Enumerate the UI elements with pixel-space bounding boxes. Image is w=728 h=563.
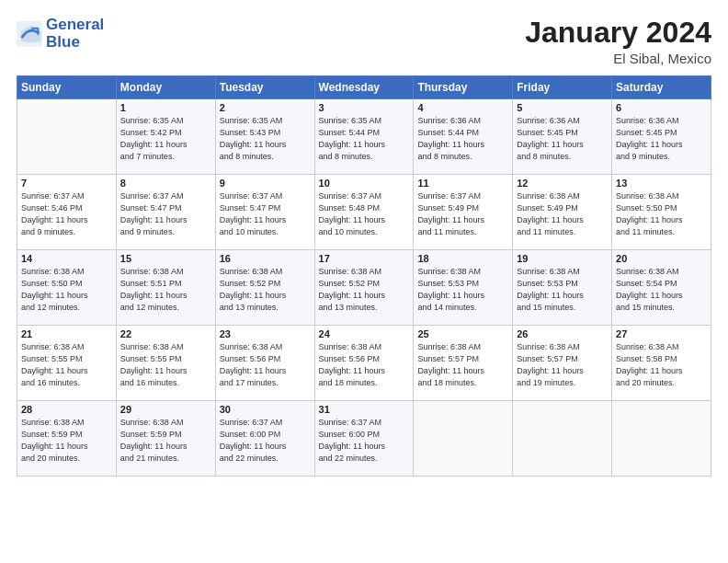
day-info: Sunrise: 6:37 AM Sunset: 6:00 PM Dayligh…: [319, 417, 410, 465]
header-day-tuesday: Tuesday: [215, 76, 314, 99]
day-info: Sunrise: 6:38 AM Sunset: 5:58 PM Dayligh…: [616, 341, 707, 389]
day-info: Sunrise: 6:36 AM Sunset: 5:44 PM Dayligh…: [417, 115, 508, 163]
day-cell: 9Sunrise: 6:37 AM Sunset: 5:47 PM Daylig…: [215, 175, 314, 250]
day-cell: 1Sunrise: 6:35 AM Sunset: 5:42 PM Daylig…: [116, 99, 215, 175]
day-info: Sunrise: 6:38 AM Sunset: 5:53 PM Dayligh…: [417, 266, 508, 314]
day-cell: 7Sunrise: 6:37 AM Sunset: 5:46 PM Daylig…: [17, 175, 117, 250]
day-number: 26: [517, 328, 608, 339]
day-cell: 19Sunrise: 6:38 AM Sunset: 5:53 PM Dayli…: [513, 250, 612, 326]
day-number: 21: [21, 328, 112, 339]
day-number: 3: [319, 102, 410, 113]
day-cell: 5Sunrise: 6:36 AM Sunset: 5:45 PM Daylig…: [513, 99, 612, 175]
day-number: 24: [319, 328, 410, 339]
day-cell: 11Sunrise: 6:37 AM Sunset: 5:49 PM Dayli…: [414, 175, 513, 250]
day-number: 31: [319, 404, 410, 415]
day-number: 9: [220, 178, 311, 189]
day-info: Sunrise: 6:37 AM Sunset: 5:47 PM Dayligh…: [220, 190, 311, 238]
day-cell: 6Sunrise: 6:36 AM Sunset: 5:45 PM Daylig…: [612, 99, 711, 175]
day-cell: 10Sunrise: 6:37 AM Sunset: 5:48 PM Dayli…: [314, 175, 414, 250]
header-day-saturday: Saturday: [612, 76, 711, 99]
day-cell: [513, 401, 612, 477]
day-cell: 26Sunrise: 6:38 AM Sunset: 5:57 PM Dayli…: [513, 326, 612, 401]
day-cell: 16Sunrise: 6:38 AM Sunset: 5:52 PM Dayli…: [215, 250, 314, 326]
title-block: January 2024 El Sibal, Mexico: [525, 17, 711, 66]
day-cell: 8Sunrise: 6:37 AM Sunset: 5:47 PM Daylig…: [116, 175, 215, 250]
day-cell: 12Sunrise: 6:38 AM Sunset: 5:49 PM Dayli…: [513, 175, 612, 250]
day-number: 1: [120, 102, 211, 113]
day-info: Sunrise: 6:35 AM Sunset: 5:42 PM Dayligh…: [120, 115, 211, 163]
week-row-1: 1Sunrise: 6:35 AM Sunset: 5:42 PM Daylig…: [17, 99, 711, 175]
day-cell: 23Sunrise: 6:38 AM Sunset: 5:56 PM Dayli…: [215, 326, 314, 401]
day-cell: 27Sunrise: 6:38 AM Sunset: 5:58 PM Dayli…: [612, 326, 711, 401]
day-cell: 28Sunrise: 6:38 AM Sunset: 5:59 PM Dayli…: [17, 401, 117, 477]
day-info: Sunrise: 6:37 AM Sunset: 5:46 PM Dayligh…: [21, 190, 112, 238]
day-number: 2: [220, 102, 311, 113]
day-cell: 14Sunrise: 6:38 AM Sunset: 5:50 PM Dayli…: [17, 250, 117, 326]
day-info: Sunrise: 6:36 AM Sunset: 5:45 PM Dayligh…: [517, 115, 608, 163]
day-number: 25: [417, 328, 508, 339]
day-cell: 21Sunrise: 6:38 AM Sunset: 5:55 PM Dayli…: [17, 326, 117, 401]
day-info: Sunrise: 6:38 AM Sunset: 5:54 PM Dayligh…: [616, 266, 707, 314]
day-cell: 15Sunrise: 6:38 AM Sunset: 5:51 PM Dayli…: [116, 250, 215, 326]
day-info: Sunrise: 6:38 AM Sunset: 5:52 PM Dayligh…: [220, 266, 311, 314]
day-number: 19: [517, 253, 608, 264]
day-number: 30: [220, 404, 311, 415]
day-info: Sunrise: 6:38 AM Sunset: 5:50 PM Dayligh…: [616, 190, 707, 238]
month-title: January 2024: [525, 17, 711, 49]
header-day-wednesday: Wednesday: [314, 76, 414, 99]
day-cell: 30Sunrise: 6:37 AM Sunset: 6:00 PM Dayli…: [215, 401, 314, 477]
day-info: Sunrise: 6:38 AM Sunset: 5:51 PM Dayligh…: [120, 266, 211, 314]
header: General Blue January 2024 El Sibal, Mexi…: [17, 17, 711, 66]
day-number: 28: [21, 404, 112, 415]
day-cell: 13Sunrise: 6:38 AM Sunset: 5:50 PM Dayli…: [612, 175, 711, 250]
logo-icon: [17, 21, 42, 47]
day-number: 7: [21, 178, 112, 189]
day-info: Sunrise: 6:36 AM Sunset: 5:45 PM Dayligh…: [616, 115, 707, 163]
page: General Blue January 2024 El Sibal, Mexi…: [0, 0, 728, 563]
week-row-2: 7Sunrise: 6:37 AM Sunset: 5:46 PM Daylig…: [17, 175, 711, 250]
day-cell: 17Sunrise: 6:38 AM Sunset: 5:52 PM Dayli…: [314, 250, 414, 326]
day-number: 16: [220, 253, 311, 264]
day-cell: [17, 99, 117, 175]
day-info: Sunrise: 6:38 AM Sunset: 5:52 PM Dayligh…: [319, 266, 410, 314]
day-number: 6: [616, 102, 707, 113]
day-number: 27: [616, 328, 707, 339]
day-info: Sunrise: 6:38 AM Sunset: 5:59 PM Dayligh…: [120, 417, 211, 465]
day-number: 13: [616, 178, 707, 189]
day-info: Sunrise: 6:38 AM Sunset: 5:56 PM Dayligh…: [220, 341, 311, 389]
day-info: Sunrise: 6:38 AM Sunset: 5:49 PM Dayligh…: [517, 190, 608, 238]
day-info: Sunrise: 6:38 AM Sunset: 5:50 PM Dayligh…: [21, 266, 112, 314]
day-info: Sunrise: 6:38 AM Sunset: 5:57 PM Dayligh…: [517, 341, 608, 389]
day-info: Sunrise: 6:37 AM Sunset: 5:47 PM Dayligh…: [120, 190, 211, 238]
day-number: 10: [319, 178, 410, 189]
day-cell: 31Sunrise: 6:37 AM Sunset: 6:00 PM Dayli…: [314, 401, 414, 477]
header-day-thursday: Thursday: [414, 76, 513, 99]
calendar-table: SundayMondayTuesdayWednesdayThursdayFrid…: [17, 75, 711, 477]
header-day-monday: Monday: [116, 76, 215, 99]
location: El Sibal, Mexico: [525, 51, 711, 66]
day-number: 18: [417, 253, 508, 264]
day-number: 17: [319, 253, 410, 264]
day-info: Sunrise: 6:37 AM Sunset: 6:00 PM Dayligh…: [220, 417, 311, 465]
day-number: 20: [616, 253, 707, 264]
day-cell: 22Sunrise: 6:38 AM Sunset: 5:55 PM Dayli…: [116, 326, 215, 401]
header-day-sunday: Sunday: [17, 76, 117, 99]
day-number: 15: [120, 253, 211, 264]
day-cell: 20Sunrise: 6:38 AM Sunset: 5:54 PM Dayli…: [612, 250, 711, 326]
day-cell: 25Sunrise: 6:38 AM Sunset: 5:57 PM Dayli…: [414, 326, 513, 401]
day-cell: 18Sunrise: 6:38 AM Sunset: 5:53 PM Dayli…: [414, 250, 513, 326]
day-info: Sunrise: 6:38 AM Sunset: 5:57 PM Dayligh…: [417, 341, 508, 389]
day-info: Sunrise: 6:37 AM Sunset: 5:49 PM Dayligh…: [417, 190, 508, 238]
day-info: Sunrise: 6:35 AM Sunset: 5:44 PM Dayligh…: [319, 115, 410, 163]
week-row-4: 21Sunrise: 6:38 AM Sunset: 5:55 PM Dayli…: [17, 326, 711, 401]
day-number: 11: [417, 178, 508, 189]
week-row-3: 14Sunrise: 6:38 AM Sunset: 5:50 PM Dayli…: [17, 250, 711, 326]
day-info: Sunrise: 6:38 AM Sunset: 5:59 PM Dayligh…: [21, 417, 112, 465]
day-number: 8: [120, 178, 211, 189]
day-cell: [414, 401, 513, 477]
day-cell: 2Sunrise: 6:35 AM Sunset: 5:43 PM Daylig…: [215, 99, 314, 175]
day-number: 12: [517, 178, 608, 189]
header-day-friday: Friday: [513, 76, 612, 99]
day-number: 5: [517, 102, 608, 113]
day-cell: 4Sunrise: 6:36 AM Sunset: 5:44 PM Daylig…: [414, 99, 513, 175]
